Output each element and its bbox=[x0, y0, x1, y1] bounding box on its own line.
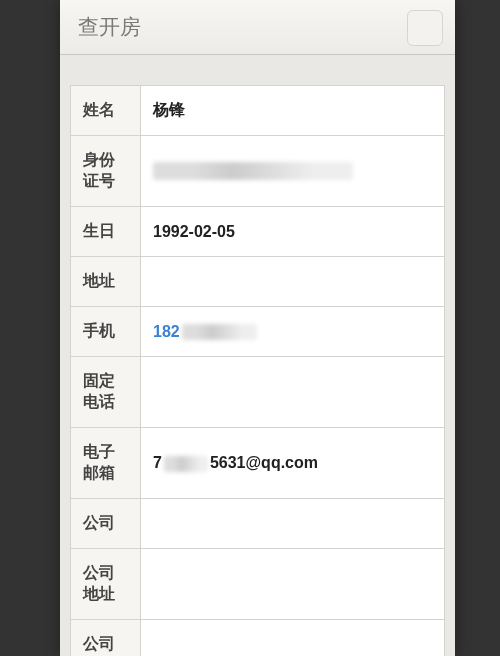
value-landline bbox=[141, 357, 445, 428]
email-suffix: 5631@qq.com bbox=[210, 454, 318, 471]
row-name: 姓名 杨锋 bbox=[71, 86, 445, 136]
info-table: 姓名 杨锋 身份证号 生日 1992-02-05 地址 手机 182 bbox=[70, 85, 445, 656]
row-company-address: 公司地址 bbox=[71, 549, 445, 620]
content-area: 姓名 杨锋 身份证号 生日 1992-02-05 地址 手机 182 bbox=[60, 55, 455, 656]
censored-id-icon bbox=[153, 162, 353, 180]
page-title: 查开房 bbox=[78, 13, 141, 41]
censored-email-icon bbox=[164, 456, 208, 472]
value-company-address bbox=[141, 549, 445, 620]
value-birthday: 1992-02-05 bbox=[141, 207, 445, 257]
value-company bbox=[141, 499, 445, 549]
label-company-address: 公司地址 bbox=[71, 549, 141, 620]
row-landline: 固定电话 bbox=[71, 357, 445, 428]
value-mobile[interactable]: 182 bbox=[141, 307, 445, 357]
value-id-number bbox=[141, 136, 445, 207]
label-mobile: 手机 bbox=[71, 307, 141, 357]
value-address bbox=[141, 257, 445, 307]
phone-prefix: 182 bbox=[153, 323, 180, 340]
header-action-button[interactable] bbox=[407, 10, 443, 46]
row-company-phone: 公司电话 bbox=[71, 620, 445, 657]
row-id-number: 身份证号 bbox=[71, 136, 445, 207]
label-birthday: 生日 bbox=[71, 207, 141, 257]
label-email: 电子邮箱 bbox=[71, 428, 141, 499]
row-company: 公司 bbox=[71, 499, 445, 549]
header-bar: 查开房 bbox=[60, 0, 455, 55]
value-company-phone bbox=[141, 620, 445, 657]
row-email: 电子邮箱 75631@qq.com bbox=[71, 428, 445, 499]
row-address: 地址 bbox=[71, 257, 445, 307]
label-landline: 固定电话 bbox=[71, 357, 141, 428]
label-company-phone: 公司电话 bbox=[71, 620, 141, 657]
label-name: 姓名 bbox=[71, 86, 141, 136]
row-birthday: 生日 1992-02-05 bbox=[71, 207, 445, 257]
label-company: 公司 bbox=[71, 499, 141, 549]
value-email: 75631@qq.com bbox=[141, 428, 445, 499]
row-mobile: 手机 182 bbox=[71, 307, 445, 357]
label-id-number: 身份证号 bbox=[71, 136, 141, 207]
value-name: 杨锋 bbox=[141, 86, 445, 136]
app-window: 查开房 姓名 杨锋 身份证号 生日 1992-02-05 地址 bbox=[60, 0, 455, 656]
censored-phone-icon bbox=[182, 324, 257, 340]
email-prefix: 7 bbox=[153, 454, 162, 471]
label-address: 地址 bbox=[71, 257, 141, 307]
